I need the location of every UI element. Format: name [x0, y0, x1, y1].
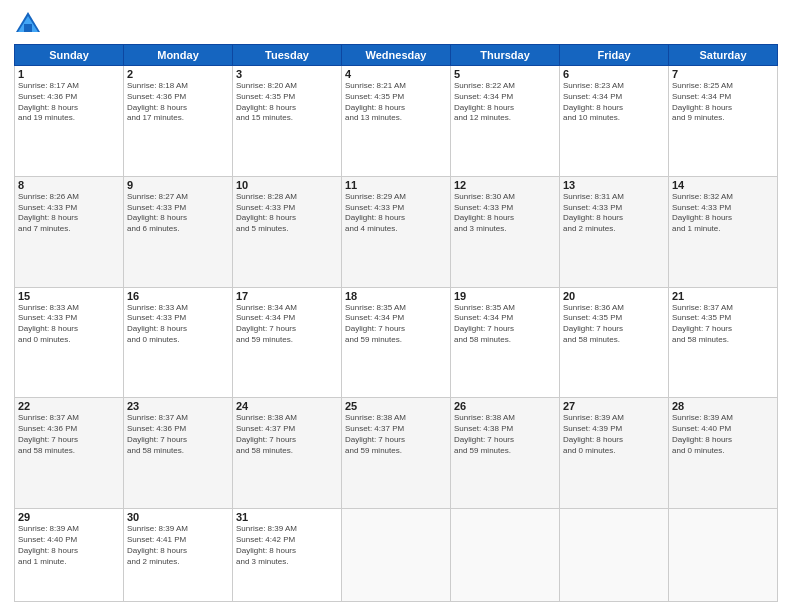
- day-info: Sunrise: 8:37 AM Sunset: 4:35 PM Dayligh…: [672, 303, 774, 346]
- calendar-cell: 12Sunrise: 8:30 AM Sunset: 4:33 PM Dayli…: [451, 176, 560, 287]
- day-number: 8: [18, 179, 120, 191]
- weekday-header: Saturday: [669, 45, 778, 66]
- day-info: Sunrise: 8:29 AM Sunset: 4:33 PM Dayligh…: [345, 192, 447, 235]
- day-number: 27: [563, 400, 665, 412]
- day-number: 15: [18, 290, 120, 302]
- calendar-cell: 17Sunrise: 8:34 AM Sunset: 4:34 PM Dayli…: [233, 287, 342, 398]
- weekday-header: Monday: [124, 45, 233, 66]
- calendar-cell: 25Sunrise: 8:38 AM Sunset: 4:37 PM Dayli…: [342, 398, 451, 509]
- day-info: Sunrise: 8:21 AM Sunset: 4:35 PM Dayligh…: [345, 81, 447, 124]
- calendar-week-row: 8Sunrise: 8:26 AM Sunset: 4:33 PM Daylig…: [15, 176, 778, 287]
- day-number: 14: [672, 179, 774, 191]
- calendar-cell: [451, 509, 560, 602]
- day-number: 31: [236, 511, 338, 523]
- day-number: 19: [454, 290, 556, 302]
- calendar-cell: 19Sunrise: 8:35 AM Sunset: 4:34 PM Dayli…: [451, 287, 560, 398]
- calendar-cell: 15Sunrise: 8:33 AM Sunset: 4:33 PM Dayli…: [15, 287, 124, 398]
- day-info: Sunrise: 8:27 AM Sunset: 4:33 PM Dayligh…: [127, 192, 229, 235]
- day-number: 6: [563, 68, 665, 80]
- weekday-header: Friday: [560, 45, 669, 66]
- calendar-cell: 20Sunrise: 8:36 AM Sunset: 4:35 PM Dayli…: [560, 287, 669, 398]
- logo-icon: [14, 10, 42, 38]
- day-number: 30: [127, 511, 229, 523]
- calendar-cell: 8Sunrise: 8:26 AM Sunset: 4:33 PM Daylig…: [15, 176, 124, 287]
- day-number: 7: [672, 68, 774, 80]
- day-info: Sunrise: 8:39 AM Sunset: 4:40 PM Dayligh…: [672, 413, 774, 456]
- day-info: Sunrise: 8:31 AM Sunset: 4:33 PM Dayligh…: [563, 192, 665, 235]
- calendar-table: SundayMondayTuesdayWednesdayThursdayFrid…: [14, 44, 778, 602]
- weekday-header: Tuesday: [233, 45, 342, 66]
- weekday-header: Thursday: [451, 45, 560, 66]
- day-number: 12: [454, 179, 556, 191]
- day-info: Sunrise: 8:38 AM Sunset: 4:37 PM Dayligh…: [236, 413, 338, 456]
- day-info: Sunrise: 8:33 AM Sunset: 4:33 PM Dayligh…: [18, 303, 120, 346]
- day-number: 20: [563, 290, 665, 302]
- day-info: Sunrise: 8:35 AM Sunset: 4:34 PM Dayligh…: [345, 303, 447, 346]
- calendar-cell: [669, 509, 778, 602]
- svg-rect-2: [24, 24, 32, 32]
- day-info: Sunrise: 8:39 AM Sunset: 4:40 PM Dayligh…: [18, 524, 120, 567]
- calendar-cell: 31Sunrise: 8:39 AM Sunset: 4:42 PM Dayli…: [233, 509, 342, 602]
- day-info: Sunrise: 8:22 AM Sunset: 4:34 PM Dayligh…: [454, 81, 556, 124]
- page: SundayMondayTuesdayWednesdayThursdayFrid…: [0, 0, 792, 612]
- calendar-week-row: 1Sunrise: 8:17 AM Sunset: 4:36 PM Daylig…: [15, 66, 778, 177]
- day-number: 5: [454, 68, 556, 80]
- calendar-cell: 30Sunrise: 8:39 AM Sunset: 4:41 PM Dayli…: [124, 509, 233, 602]
- calendar-cell: 21Sunrise: 8:37 AM Sunset: 4:35 PM Dayli…: [669, 287, 778, 398]
- day-info: Sunrise: 8:39 AM Sunset: 4:39 PM Dayligh…: [563, 413, 665, 456]
- calendar-cell: 13Sunrise: 8:31 AM Sunset: 4:33 PM Dayli…: [560, 176, 669, 287]
- calendar-cell: 18Sunrise: 8:35 AM Sunset: 4:34 PM Dayli…: [342, 287, 451, 398]
- calendar-cell: 28Sunrise: 8:39 AM Sunset: 4:40 PM Dayli…: [669, 398, 778, 509]
- day-info: Sunrise: 8:38 AM Sunset: 4:37 PM Dayligh…: [345, 413, 447, 456]
- calendar-cell: 23Sunrise: 8:37 AM Sunset: 4:36 PM Dayli…: [124, 398, 233, 509]
- day-number: 17: [236, 290, 338, 302]
- calendar-cell: 7Sunrise: 8:25 AM Sunset: 4:34 PM Daylig…: [669, 66, 778, 177]
- calendar-cell: 5Sunrise: 8:22 AM Sunset: 4:34 PM Daylig…: [451, 66, 560, 177]
- day-number: 24: [236, 400, 338, 412]
- calendar-cell: 27Sunrise: 8:39 AM Sunset: 4:39 PM Dayli…: [560, 398, 669, 509]
- day-number: 22: [18, 400, 120, 412]
- day-number: 9: [127, 179, 229, 191]
- day-info: Sunrise: 8:39 AM Sunset: 4:42 PM Dayligh…: [236, 524, 338, 567]
- weekday-header-row: SundayMondayTuesdayWednesdayThursdayFrid…: [15, 45, 778, 66]
- day-info: Sunrise: 8:38 AM Sunset: 4:38 PM Dayligh…: [454, 413, 556, 456]
- header: [14, 10, 778, 38]
- calendar-cell: 16Sunrise: 8:33 AM Sunset: 4:33 PM Dayli…: [124, 287, 233, 398]
- calendar-cell: 3Sunrise: 8:20 AM Sunset: 4:35 PM Daylig…: [233, 66, 342, 177]
- day-info: Sunrise: 8:17 AM Sunset: 4:36 PM Dayligh…: [18, 81, 120, 124]
- calendar-cell: 26Sunrise: 8:38 AM Sunset: 4:38 PM Dayli…: [451, 398, 560, 509]
- calendar-week-row: 15Sunrise: 8:33 AM Sunset: 4:33 PM Dayli…: [15, 287, 778, 398]
- calendar-cell: 9Sunrise: 8:27 AM Sunset: 4:33 PM Daylig…: [124, 176, 233, 287]
- day-info: Sunrise: 8:39 AM Sunset: 4:41 PM Dayligh…: [127, 524, 229, 567]
- day-number: 3: [236, 68, 338, 80]
- day-number: 2: [127, 68, 229, 80]
- calendar-cell: 10Sunrise: 8:28 AM Sunset: 4:33 PM Dayli…: [233, 176, 342, 287]
- day-number: 25: [345, 400, 447, 412]
- day-number: 21: [672, 290, 774, 302]
- day-info: Sunrise: 8:28 AM Sunset: 4:33 PM Dayligh…: [236, 192, 338, 235]
- calendar-cell: 2Sunrise: 8:18 AM Sunset: 4:36 PM Daylig…: [124, 66, 233, 177]
- day-info: Sunrise: 8:30 AM Sunset: 4:33 PM Dayligh…: [454, 192, 556, 235]
- day-info: Sunrise: 8:33 AM Sunset: 4:33 PM Dayligh…: [127, 303, 229, 346]
- day-info: Sunrise: 8:36 AM Sunset: 4:35 PM Dayligh…: [563, 303, 665, 346]
- calendar-cell: [560, 509, 669, 602]
- day-number: 10: [236, 179, 338, 191]
- day-info: Sunrise: 8:37 AM Sunset: 4:36 PM Dayligh…: [127, 413, 229, 456]
- day-info: Sunrise: 8:23 AM Sunset: 4:34 PM Dayligh…: [563, 81, 665, 124]
- calendar-cell: [342, 509, 451, 602]
- day-number: 26: [454, 400, 556, 412]
- calendar-cell: 4Sunrise: 8:21 AM Sunset: 4:35 PM Daylig…: [342, 66, 451, 177]
- day-info: Sunrise: 8:34 AM Sunset: 4:34 PM Dayligh…: [236, 303, 338, 346]
- calendar-cell: 29Sunrise: 8:39 AM Sunset: 4:40 PM Dayli…: [15, 509, 124, 602]
- calendar-header: SundayMondayTuesdayWednesdayThursdayFrid…: [15, 45, 778, 66]
- calendar-week-row: 22Sunrise: 8:37 AM Sunset: 4:36 PM Dayli…: [15, 398, 778, 509]
- day-number: 4: [345, 68, 447, 80]
- calendar-cell: 1Sunrise: 8:17 AM Sunset: 4:36 PM Daylig…: [15, 66, 124, 177]
- day-info: Sunrise: 8:20 AM Sunset: 4:35 PM Dayligh…: [236, 81, 338, 124]
- day-info: Sunrise: 8:37 AM Sunset: 4:36 PM Dayligh…: [18, 413, 120, 456]
- day-info: Sunrise: 8:26 AM Sunset: 4:33 PM Dayligh…: [18, 192, 120, 235]
- weekday-header: Sunday: [15, 45, 124, 66]
- day-info: Sunrise: 8:32 AM Sunset: 4:33 PM Dayligh…: [672, 192, 774, 235]
- calendar-cell: 14Sunrise: 8:32 AM Sunset: 4:33 PM Dayli…: [669, 176, 778, 287]
- day-info: Sunrise: 8:18 AM Sunset: 4:36 PM Dayligh…: [127, 81, 229, 124]
